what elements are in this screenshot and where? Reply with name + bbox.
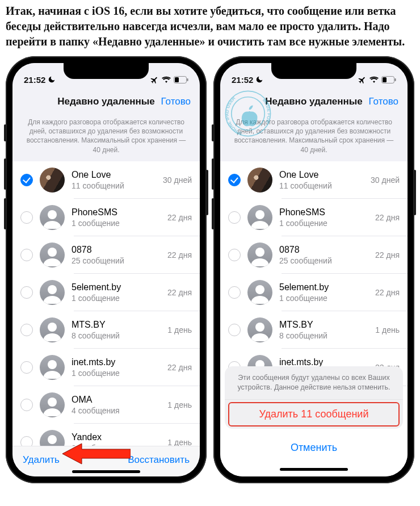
days-remaining: 1 день — [167, 438, 192, 446]
delete-messages-button[interactable]: Удалить 11 сообщений — [225, 399, 403, 429]
conversation-name: Yandex — [72, 432, 161, 442]
bottom-toolbar: Удалить Восстановить — [12, 446, 200, 476]
battery-icon — [381, 76, 396, 83]
screen-left: 21:52 Недавно удаленные Готово Для каждо… — [12, 63, 200, 476]
days-remaining: 30 дней — [163, 175, 192, 185]
contact-avatar-icon — [247, 280, 272, 305]
hint-text: Для каждого разговора отображается колич… — [12, 115, 200, 161]
conversation-name: One Love — [279, 169, 364, 180]
conversation-name: MTS.BY — [72, 319, 161, 330]
list-item[interactable]: inet.mts.by1 сообщение22 дня — [12, 349, 200, 386]
contact-avatar-icon — [247, 242, 272, 267]
list-item[interactable]: PhoneSMS1 сообщение22 дня — [220, 199, 408, 236]
list-item[interactable]: 5element.by1 сообщение22 дня — [220, 274, 408, 311]
select-radio[interactable] — [228, 211, 241, 224]
days-remaining: 22 дня — [167, 213, 192, 222]
svg-rect-1 — [175, 77, 179, 82]
message-count: 8 сообщений — [279, 331, 368, 341]
wifi-icon — [162, 76, 171, 83]
svg-point-7 — [48, 360, 57, 369]
home-indicator — [280, 468, 348, 471]
done-button[interactable]: Готово — [369, 96, 399, 107]
nav-bar: Недавно удаленные Готово — [12, 88, 200, 115]
message-count: 1 сообщение — [279, 294, 368, 303]
select-radio[interactable] — [20, 249, 33, 261]
list-item[interactable]: MTS.BY8 сообщений1 день — [220, 311, 408, 349]
nav-title: Недавно удаленные — [57, 96, 155, 107]
list-item[interactable]: 087825 сообщений22 дня — [12, 236, 200, 274]
conversation-name: One Love — [72, 169, 156, 180]
list-item[interactable]: One Love11 сообщений30 дней — [220, 161, 408, 199]
contact-avatar-icon — [40, 205, 65, 230]
contact-avatar-icon — [247, 317, 272, 342]
list-item[interactable]: PhoneSMS1 сообщение22 дня — [12, 199, 200, 236]
svg-point-5 — [48, 285, 57, 294]
svg-point-4 — [48, 248, 57, 257]
clock-text: 21:52 — [24, 75, 45, 85]
contact-avatar-icon — [40, 317, 65, 342]
select-radio[interactable] — [228, 249, 241, 261]
message-count: 4 сообщения — [72, 406, 161, 416]
done-button[interactable]: Готово — [161, 96, 191, 107]
contact-avatar-icon — [40, 392, 65, 417]
select-radio[interactable] — [228, 174, 241, 186]
conversation-name: 0878 — [279, 244, 368, 255]
moon-icon — [255, 76, 263, 83]
select-radio[interactable] — [228, 286, 241, 299]
phones-row: 21:52 Недавно удаленные Готово Для каждо… — [0, 56, 420, 483]
watermark-stamp: MADE FOR IPHONE IPAD USER — [224, 89, 272, 138]
conversation-name: inet.mts.by — [72, 357, 161, 367]
battery-icon — [174, 76, 188, 83]
days-remaining: 22 дня — [375, 250, 400, 260]
svg-point-6 — [48, 323, 57, 332]
days-remaining: 1 день — [167, 400, 192, 409]
list-item[interactable]: One Love11 сообщений30 дней — [12, 161, 200, 199]
select-radio[interactable] — [20, 324, 33, 336]
days-remaining: 22 дня — [167, 250, 192, 260]
select-radio[interactable] — [20, 174, 33, 186]
message-count: 25 сообщений — [72, 256, 161, 266]
airplane-icon — [150, 76, 159, 84]
message-count: 25 сообщений — [279, 256, 368, 266]
select-radio[interactable] — [20, 399, 33, 411]
select-radio[interactable] — [20, 286, 33, 299]
notch — [64, 63, 149, 79]
conversation-name: inet.mts.by — [279, 357, 368, 367]
clock-text: 21:52 — [232, 75, 253, 85]
list-item[interactable]: 087825 сообщений22 дня — [220, 236, 408, 274]
notch — [271, 63, 356, 79]
svg-rect-17 — [395, 78, 396, 81]
airplane-icon — [358, 76, 367, 84]
message-count: 1 сообщение — [72, 369, 161, 378]
message-count: 11 сообщений — [279, 181, 364, 191]
select-radio[interactable] — [20, 361, 33, 374]
cancel-button[interactable]: Отменить — [225, 433, 403, 462]
message-count: 8 сообщений — [72, 331, 161, 341]
select-radio[interactable] — [228, 324, 241, 336]
contact-photo — [40, 168, 65, 193]
days-remaining: 1 день — [375, 325, 400, 334]
contact-avatar-icon — [40, 280, 65, 305]
phone-frame-left: 21:52 Недавно удаленные Готово Для каждо… — [6, 56, 207, 483]
sheet-message: Эти сообщения будут удалены со всех Ваши… — [225, 366, 403, 399]
contact-avatar-icon — [40, 242, 65, 267]
contact-avatar-icon — [40, 430, 65, 446]
restore-button[interactable]: Восстановить — [128, 454, 190, 466]
contact-photo — [247, 168, 272, 193]
days-remaining: 22 дня — [375, 213, 400, 222]
days-remaining: 22 дня — [167, 288, 192, 297]
days-remaining: 1 день — [167, 325, 192, 334]
contact-avatar-icon — [247, 205, 272, 230]
list-item[interactable]: 5element.by1 сообщение22 дня — [12, 274, 200, 311]
conversation-name: MTS.BY — [279, 319, 368, 330]
list-item[interactable]: MTS.BY8 сообщений1 день — [12, 311, 200, 349]
select-radio[interactable] — [20, 211, 33, 224]
list-item[interactable]: OMA4 сообщения1 день — [12, 386, 200, 424]
conversation-list-left: One Love11 сообщений30 днейPhoneSMS1 соо… — [12, 161, 200, 446]
delete-button[interactable]: Удалить — [23, 454, 60, 466]
svg-point-20 — [255, 285, 264, 294]
message-count: 11 сообщений — [72, 181, 156, 191]
select-radio[interactable] — [20, 436, 33, 446]
article-intro-text: Итак, начиная с iOS 16, если вы хотите у… — [0, 0, 420, 56]
list-item[interactable]: Yandex2 сообщения1 день — [12, 424, 200, 446]
